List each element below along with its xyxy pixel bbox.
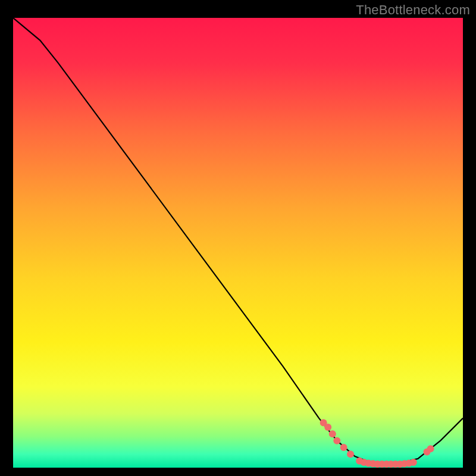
chart-frame: TheBottleneck.com [0,0,476,476]
data-marker [427,445,434,452]
data-marker [333,437,340,444]
watermark-text: TheBottleneck.com [356,2,470,18]
data-marker [347,450,354,458]
data-marker [410,459,417,466]
plot-area [13,18,463,468]
chart-svg [13,18,463,468]
data-marker [340,444,347,451]
data-marker [324,424,331,431]
gradient-background [13,18,463,468]
data-marker [329,430,336,437]
